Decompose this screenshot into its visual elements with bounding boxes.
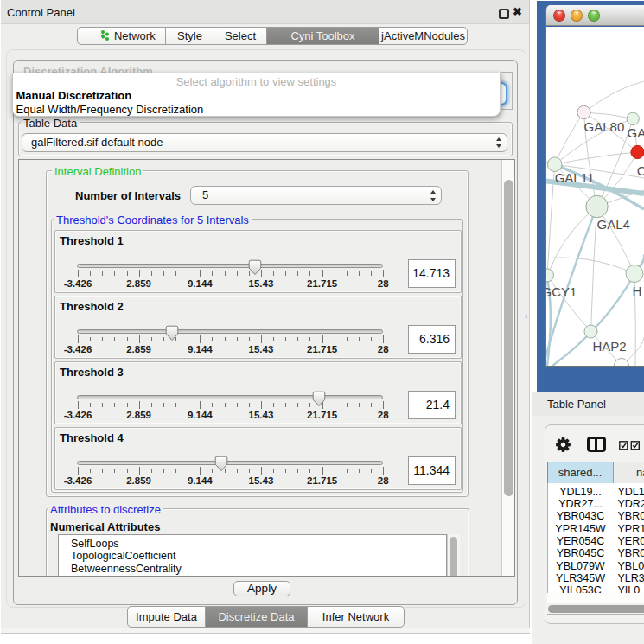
svg-text:GAL4: GAL4 — [597, 217, 630, 232]
svg-text:GA: GA — [628, 125, 644, 140]
svg-text:GCY1: GCY1 — [546, 284, 577, 299]
svg-text:GAL80: GAL80 — [584, 119, 625, 134]
svg-text:GAL11: GAL11 — [555, 170, 595, 185]
svg-text:H: H — [633, 284, 642, 298]
svg-text:C: C — [637, 163, 644, 178]
svg-text:HAP2: HAP2 — [593, 339, 627, 354]
